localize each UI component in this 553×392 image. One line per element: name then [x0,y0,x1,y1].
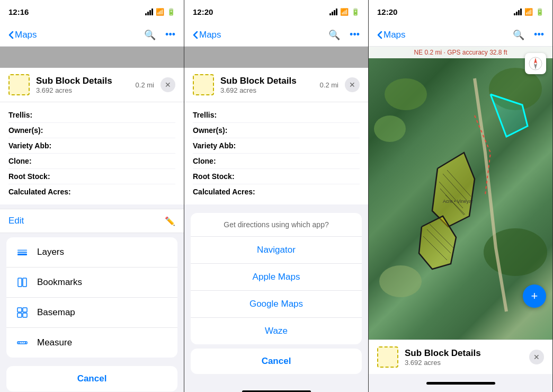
status-time-3: 12:20 [377,7,397,16]
signal-bar-3-3 [518,10,520,15]
signal-bar-2-4 [336,8,337,15]
wifi-icon-1: 📶 [156,8,164,16]
map-area[interactable]: NE 0.2 mi · GPS accuracy 32.8 ft [369,47,552,340]
detail-owners-2: Owner(s): [193,123,360,138]
search-icon-3[interactable]: 🔍 [513,29,524,41]
cancel-button-2[interactable]: Cancel [191,349,362,374]
svg-rect-1 [17,252,27,253]
chevron-left-icon-3 [377,31,382,39]
svg-text:Acre • Vineyar: Acre • Vineyar [443,199,473,204]
status-bar-3: 12:20 📶 🔋 [369,0,552,23]
more-icon-3[interactable]: ••• [534,29,544,41]
svg-rect-4 [23,278,26,287]
signal-bar-2 [147,12,149,15]
more-icon-1[interactable]: ••• [165,29,175,41]
directions-modal: Get directions using which app? Navigato… [191,213,362,344]
plus-icon: + [531,289,538,303]
svg-rect-7 [17,313,22,317]
detail-owners-1: Owner(s): [8,123,175,138]
menu-item-basemap[interactable]: Basemap [6,298,177,328]
detail-clone-2: Clone: [193,154,360,169]
card-distance-2: 0.2 mi [320,81,338,89]
directions-modal-wrapper: Get directions using which app? Navigato… [184,204,368,382]
directions-option-waze[interactable]: Waze [191,318,362,344]
signal-bar-3-1 [514,13,515,15]
battery-icon-3: 🔋 [536,8,544,16]
directions-option-navigator[interactable]: Navigator [191,237,362,264]
status-icons-2: 📶 🔋 [329,8,360,16]
card-header-text-2: Sub Block Details 3.692 acres [220,76,314,94]
nav-back-3[interactable]: Maps [377,30,406,40]
detail-clone-1: Clone: [8,154,175,169]
wifi-icon-3: 📶 [524,8,533,16]
nav-icons-3: 🔍 ••• [513,29,544,41]
search-icon-1[interactable]: 🔍 [144,29,156,41]
bookmarks-label: Bookmarks [37,277,82,288]
status-icons-1: 📶 🔋 [145,8,175,16]
status-bar-2: 12:20 📶 🔋 [184,0,368,23]
detail-variety-1: Variety Abb: [8,138,175,154]
more-icon-2[interactable]: ••• [350,29,360,41]
directions-title: Get directions using which app? [191,213,362,237]
block-icon-3 [377,346,398,368]
layers-label: Layers [37,247,64,257]
card-distance-1: 0.2 mi [136,81,154,89]
detail-calcacres-2: Calculated Acres: [193,184,360,199]
card-title-2: Sub Block Details [220,76,314,86]
nav-back-1[interactable]: Maps [8,30,37,40]
card-header-2: Sub Block Details 3.692 acres 0.2 mi ✕ [184,68,368,102]
map-card-subtitle: 3.692 acres [405,359,523,367]
signal-bar-3-2 [516,12,518,15]
directions-option-applemaps[interactable]: Apple Maps [191,264,362,291]
nav-back-label-3: Maps [383,30,406,40]
home-indicator-2 [184,382,368,392]
map-card-text: Sub Block Details 3.692 acres [405,348,523,367]
details-section-2: Trellis: Owner(s): Variety Abb: Clone: R… [184,102,368,204]
bookmarks-icon [15,275,30,290]
menu-item-bookmarks[interactable]: Bookmarks [6,268,177,298]
basemap-icon [15,305,30,320]
compass-svg [528,56,543,71]
detail-rootstock-1: Root Stock: [8,169,175,184]
svg-rect-0 [17,250,27,251]
nav-back-label-2: Maps [199,30,221,40]
nav-back-2[interactable]: Maps [193,30,221,40]
svg-rect-2 [17,254,27,255]
menu-item-layers[interactable]: Layers [6,237,177,268]
phone3: 12:20 📶 🔋 Maps 🔍 ••• NE 0. [369,0,553,392]
close-button-3[interactable]: ✕ [529,350,544,364]
cancel-label-2: Cancel [262,356,291,366]
signal-bars-2 [329,8,337,15]
nav-bar-3: Maps 🔍 ••• [369,23,552,47]
details-section-1: Trellis: Owner(s): Variety Abb: Clone: R… [0,102,184,204]
detail-trellis-2: Trellis: [193,108,360,123]
close-button-2[interactable]: ✕ [345,77,360,92]
menu-item-measure[interactable]: Measure [6,328,177,358]
home-indicator-3 [369,374,552,392]
menu-list-1: Layers Bookmarks Basemap [6,237,177,358]
measure-icon [15,335,30,350]
search-icon-2[interactable]: 🔍 [328,29,340,41]
edit-pencil-icon-1: ✏️ [165,216,175,226]
svg-rect-3 [18,278,22,287]
detail-rootstock-2: Root Stock: [193,169,360,184]
close-button-1[interactable]: ✕ [160,77,175,92]
status-time-1: 12:16 [8,7,29,16]
basemap-label: Basemap [37,307,75,318]
nav-icons-1: 🔍 ••• [144,29,175,41]
map-preview-2 [184,47,368,68]
map-compass[interactable] [525,53,546,74]
card-header-1: Sub Block Details 3.692 acres 0.2 mi ✕ [0,68,184,102]
card-header-text-1: Sub Block Details 3.692 acres [36,76,129,94]
card-title-1: Sub Block Details [36,76,129,86]
edit-row-1[interactable]: Edit ✏️ [0,209,184,233]
card-subtitle-1: 3.692 acres [36,86,129,94]
cancel-button-1[interactable]: Cancel [6,366,177,391]
block-icon-2 [193,74,214,95]
signal-bars-1 [145,8,153,15]
chevron-left-icon-2 [193,31,198,39]
battery-icon-2: 🔋 [351,8,360,16]
add-location-button[interactable]: + [523,284,546,308]
directions-option-googlemaps[interactable]: Google Maps [191,291,362,318]
home-bar-2 [242,390,311,393]
